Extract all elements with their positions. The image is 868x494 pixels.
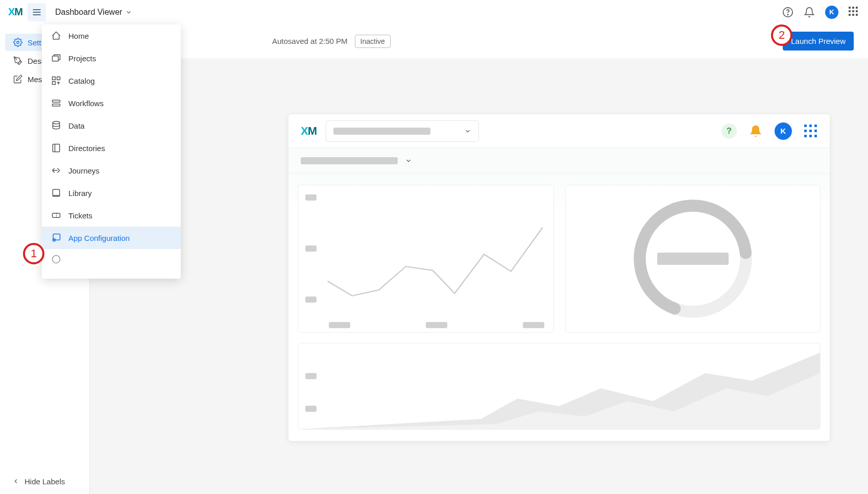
nav-item-label: Workflows (68, 99, 104, 108)
edit-icon (13, 75, 22, 84)
svg-rect-11 (53, 82, 56, 85)
projects-icon (51, 53, 61, 63)
annotation-callout-2: 2 (771, 24, 792, 46)
tickets-icon (51, 210, 61, 220)
nav-item-workflows[interactable]: Workflows (42, 92, 181, 114)
nav-item-label: Directories (68, 144, 105, 153)
preview-line-chart-card (298, 185, 554, 333)
directories-icon (51, 143, 61, 153)
status-badge: Inactive (355, 35, 391, 48)
hamburger-menu-button[interactable] (28, 3, 46, 21)
help-button[interactable] (782, 7, 793, 18)
nav-item-label: Library (68, 189, 92, 197)
svg-rect-12 (53, 100, 60, 102)
preview-app-grid-icon (804, 125, 817, 138)
sidebar-tab-messages-label: Mes (28, 75, 42, 84)
preview-avatar: K (775, 122, 792, 140)
nav-item-label: Tickets (68, 211, 92, 220)
preview-subheader (288, 148, 830, 174)
line-chart-placeholder (323, 206, 552, 308)
autosave-status: Autosaved at 2:50 PM (272, 37, 348, 45)
chevron-left-icon (12, 478, 19, 485)
preview-body (288, 174, 830, 441)
home-icon (51, 31, 61, 41)
bell-icon (804, 7, 815, 18)
preview-ring-chart-card (565, 185, 821, 333)
content-area: XM ? K (89, 58, 868, 494)
nav-item-label: Home (68, 32, 89, 40)
svg-rect-13 (53, 104, 60, 106)
nav-item-projects[interactable]: Projects (42, 47, 181, 69)
nav-item-journeys[interactable]: Journeys (42, 159, 181, 182)
dashboard-preview: XM ? K (288, 114, 830, 441)
header-right: K (782, 6, 860, 19)
user-avatar[interactable]: K (825, 6, 838, 19)
hamburger-icon (32, 7, 42, 17)
notifications-button[interactable] (804, 7, 815, 18)
logo-m: M (14, 6, 22, 17)
secondary-toolbar: Autosaved at 2:50 PM Inactive Launch Pre… (89, 24, 868, 58)
workflows-icon (51, 98, 61, 108)
preview-bell-icon (749, 125, 762, 138)
annotation-callout-1: 1 (23, 243, 44, 264)
hide-labels-label: Hide Labels (25, 477, 65, 486)
placeholder-bar (301, 157, 398, 164)
page-title-text: Dashboard Viewer (55, 8, 122, 17)
xm-logo: XM (8, 6, 22, 18)
sidebar-tab-settings-label: Sett (28, 38, 41, 47)
logo-x: X (8, 6, 14, 17)
app-config-icon (51, 233, 61, 243)
preview-xm-logo: XM (301, 125, 317, 138)
nav-item-library[interactable]: Library (42, 182, 181, 204)
preview-header: XM ? K (288, 114, 830, 148)
svg-rect-9 (53, 77, 56, 80)
library-icon (51, 188, 61, 198)
svg-point-4 (787, 14, 788, 14)
placeholder-bar (333, 128, 430, 135)
top-header: XM Dashboard Viewer K (0, 0, 868, 24)
hide-labels-button[interactable]: Hide Labels (0, 468, 89, 494)
sidebar-tab-design-label: Desi (28, 57, 43, 65)
nav-item-label: Projects (68, 54, 96, 63)
nav-item-label: Catalog (68, 77, 95, 85)
nav-item-home[interactable]: Home (42, 24, 181, 47)
svg-rect-15 (53, 144, 59, 152)
nav-item-label: Journeys (68, 166, 100, 175)
nav-item-catalog[interactable]: Catalog (42, 69, 181, 92)
nav-item-label: Data (68, 121, 85, 130)
preview-dropdown (326, 120, 479, 142)
nav-item-tickets[interactable]: Tickets (42, 204, 181, 227)
preview-help-badge: ? (721, 124, 737, 139)
page-title-dropdown[interactable]: Dashboard Viewer (55, 8, 132, 17)
svg-point-5 (17, 41, 19, 44)
partial-icon (51, 254, 61, 264)
chevron-down-icon (405, 157, 412, 164)
help-circle-icon (782, 7, 793, 18)
nav-item-label: App Configuration (68, 234, 130, 242)
nav-item-data[interactable]: Data (42, 114, 181, 137)
catalog-icon (51, 76, 61, 86)
chevron-down-icon (125, 9, 132, 16)
preview-area-chart-card (298, 343, 821, 430)
launch-preview-button[interactable]: Launch Preview (783, 32, 854, 51)
nav-item-directories[interactable]: Directories (42, 137, 181, 159)
svg-rect-10 (57, 77, 60, 80)
main-nav-menu: Home Projects Catalog Workflows Data Dir… (42, 24, 181, 279)
nav-item-partial[interactable] (42, 249, 181, 265)
area-chart-placeholder (298, 353, 820, 429)
svg-point-14 (53, 121, 59, 124)
nav-item-app-configuration[interactable]: App Configuration (42, 227, 181, 249)
svg-rect-8 (53, 56, 59, 61)
placeholder-bar (657, 253, 729, 265)
gear-icon (13, 38, 22, 47)
journeys-icon (51, 165, 61, 176)
design-icon (13, 56, 22, 65)
chevron-down-icon (464, 128, 471, 135)
svg-point-22 (53, 256, 60, 263)
data-icon (51, 120, 61, 131)
app-launcher-button[interactable] (849, 7, 860, 18)
